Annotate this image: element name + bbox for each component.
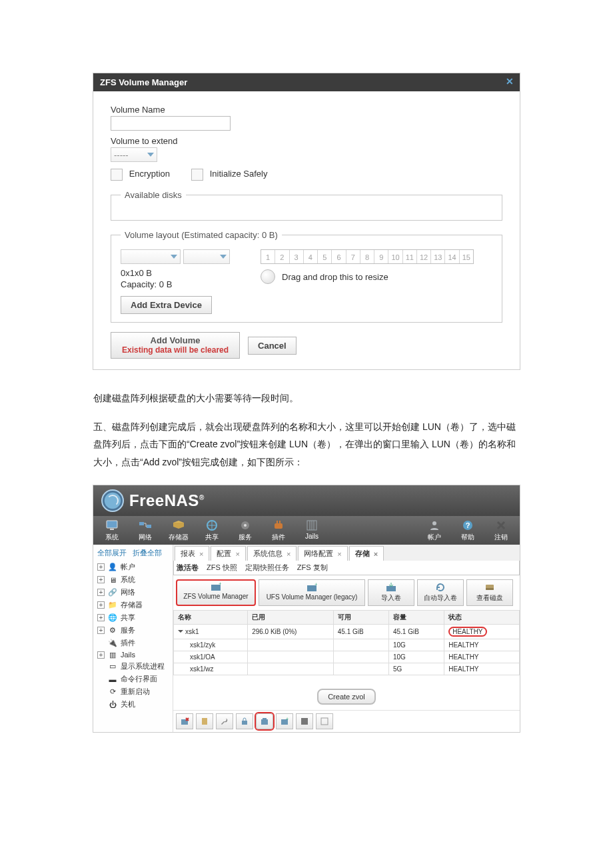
close-icon[interactable]: × <box>235 550 239 558</box>
col-status[interactable]: 状态 <box>444 611 520 625</box>
cmd-ufs-volume-manager[interactable]: + UFS Volume Manager (legacy) <box>259 579 365 606</box>
create-zvol-button[interactable]: Create zvol <box>317 689 376 705</box>
table-row[interactable]: xsk1/wz 5G HEALTHY <box>174 663 520 675</box>
table-row[interactable]: xsk1 296.0 KiB (0%) 45.1 GiB 45.1 GiB HE… <box>174 625 520 639</box>
col-avail[interactable]: 可用 <box>333 611 388 625</box>
volume-extend-label: Volume to extend <box>111 136 502 146</box>
tree-item-account[interactable]: +👤帐户 <box>97 561 169 573</box>
auto-import-icon <box>435 583 446 592</box>
add-extra-device-button[interactable]: Add Extra Device <box>121 296 212 314</box>
subtab-active-volume[interactable]: 激活卷 <box>177 563 199 573</box>
table-row[interactable]: xsk1/zyk 10G HEALTHY <box>174 639 520 651</box>
tab-report[interactable]: 报表× <box>175 546 209 561</box>
tree-item-services[interactable]: +⚙服务 <box>97 624 169 637</box>
tool-network[interactable]: 网络 <box>131 519 160 542</box>
expand-icon[interactable]: + <box>97 563 105 571</box>
volume-name-input[interactable] <box>111 116 231 131</box>
tool-logout[interactable]: 注销 <box>486 519 516 542</box>
layout-width-select[interactable] <box>183 249 230 264</box>
close-icon[interactable]: × <box>287 550 291 558</box>
col-used[interactable]: 已用 <box>248 611 334 625</box>
table-row[interactable]: xsk1/OA 10G HEALTHY <box>174 651 520 663</box>
tree-item-reboot[interactable]: ⟳重新启动 <box>97 685 169 698</box>
create-dataset-button[interactable]: + <box>276 713 293 729</box>
tool-share[interactable]: 共享 <box>197 519 227 542</box>
resize-handle-icon[interactable] <box>261 269 275 284</box>
svg-rect-1 <box>110 529 114 530</box>
tab-storage[interactable]: 存储× <box>349 546 384 561</box>
tree-item-shutdown[interactable]: ⏻关机 <box>97 698 169 711</box>
collapse-caret-icon[interactable] <box>178 630 183 635</box>
expand-icon[interactable]: + <box>97 589 105 596</box>
zvol-icon <box>260 717 269 726</box>
help-icon: ? <box>460 519 475 532</box>
add-volume-warning: Existing data will be cleared <box>122 345 229 355</box>
layout-type-select[interactable] <box>121 249 181 264</box>
zfs-mgr-icon: + <box>211 582 221 591</box>
detach-button[interactable] <box>176 713 193 729</box>
expand-icon[interactable]: + <box>97 627 105 634</box>
svg-rect-2 <box>139 522 144 525</box>
expand-icon[interactable]: + <box>97 651 105 659</box>
tool-services[interactable]: 服务 <box>231 519 260 542</box>
volume-extend-select[interactable]: ----- <box>111 147 157 162</box>
tool-jails[interactable]: Jails <box>297 519 326 542</box>
close-icon[interactable]: × <box>374 550 378 558</box>
svg-rect-28 <box>301 718 308 725</box>
permissions-icon <box>240 717 249 726</box>
cmd-view-disks[interactable]: 查看磁盘 <box>466 579 513 606</box>
options-button[interactable] <box>216 713 233 729</box>
close-icon[interactable]: × <box>337 550 341 558</box>
scrub-button[interactable] <box>196 713 213 729</box>
detach-icon <box>180 717 189 726</box>
svg-text:?: ? <box>466 521 470 529</box>
chevron-down-icon <box>220 255 227 259</box>
tree-item-storage[interactable]: +📁存储器 <box>97 599 169 611</box>
encryption-checkbox[interactable] <box>111 169 123 181</box>
subtab-zfs-repl[interactable]: ZFS 复制 <box>297 563 328 573</box>
tree-item-system[interactable]: +🖥系统 <box>97 573 169 586</box>
col-cap[interactable]: 容量 <box>388 611 444 625</box>
cmd-import-volume[interactable]: 导入卷 <box>368 579 414 606</box>
storage-icon <box>171 519 186 532</box>
close-icon[interactable]: × <box>199 550 203 558</box>
expand-all-link[interactable]: 全部展开 <box>97 549 127 557</box>
close-icon[interactable]: ✕ <box>504 76 516 88</box>
view-status-button[interactable] <box>316 713 333 729</box>
change-perm-button[interactable] <box>296 713 313 729</box>
expand-icon[interactable]: + <box>97 614 105 621</box>
disk-slot-track[interactable]: 1 2 3 4 5 6 7 8 9 10 11 12 13 14 <box>261 249 474 264</box>
tool-system[interactable]: 系统 <box>97 519 127 542</box>
tool-account[interactable]: 帐户 <box>420 519 449 542</box>
tree-item-share[interactable]: +🌐共享 <box>97 611 169 624</box>
create-zvol-icon-button[interactable] <box>256 713 273 729</box>
zfs-volume-manager-dialog: ZFS Volume Manager ✕ Volume Name Volume … <box>93 73 520 369</box>
cancel-button[interactable]: Cancel <box>248 337 297 355</box>
tree-item-sysproc[interactable]: ▭显示系统进程 <box>97 660 169 673</box>
svg-rect-18 <box>386 586 396 591</box>
expand-icon[interactable]: + <box>97 601 105 609</box>
permissions-button[interactable] <box>236 713 253 729</box>
tree-item-network[interactable]: +🔗网络 <box>97 586 169 599</box>
add-volume-button[interactable]: Add Volume Existing data will be cleared <box>111 332 240 359</box>
tool-help[interactable]: ? 帮助 <box>453 519 482 542</box>
col-name[interactable]: 名称 <box>174 611 248 625</box>
svg-rect-0 <box>107 521 117 528</box>
cmd-auto-import[interactable]: 自动导入卷 <box>417 579 464 606</box>
volume-grid: 名称 已用 可用 容量 状态 xsk1 296.0 KiB (0%) 45.1 … <box>173 610 520 675</box>
tab-sysinfo[interactable]: 系统信息× <box>247 546 297 561</box>
tree-item-cli[interactable]: ▬命令行界面 <box>97 673 169 685</box>
expand-icon[interactable]: + <box>97 576 105 583</box>
cmd-zfs-volume-manager[interactable]: + ZFS Volume Manager <box>176 579 256 606</box>
tool-plugins[interactable]: 插件 <box>264 519 293 542</box>
tree-item-jails[interactable]: +▥Jails <box>97 649 169 660</box>
tab-netcfg[interactable]: 网络配置× <box>298 546 347 561</box>
tab-settings[interactable]: 配置× <box>211 546 245 561</box>
tree-item-plugins[interactable]: 🔌插件 <box>97 637 169 649</box>
init-safely-checkbox[interactable] <box>191 169 203 181</box>
subtab-zfs-snapshot[interactable]: ZFS 快照 <box>207 563 237 573</box>
tool-storage[interactable]: 存储器 <box>164 519 193 542</box>
subtab-periodic[interactable]: 定期快照任务 <box>245 563 289 573</box>
collapse-all-link[interactable]: 折叠全部 <box>133 549 162 557</box>
services-icon <box>238 519 253 532</box>
